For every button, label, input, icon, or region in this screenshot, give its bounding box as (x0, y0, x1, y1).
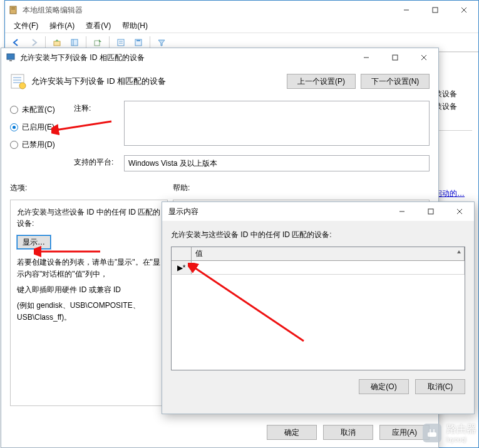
separator (45, 36, 46, 49)
show-ok-button[interactable]: 确定(O) (359, 379, 409, 394)
svg-rect-17 (9, 60, 12, 61)
platform-value: Windows Vista 及以上版本 (128, 158, 217, 169)
menu-help[interactable]: 帮助(H) (117, 19, 153, 33)
radio-dot-icon (10, 141, 18, 149)
right-link-2[interactable]: 装设备 (435, 100, 472, 113)
separator (150, 36, 150, 49)
menu-action[interactable]: 操作(A) (44, 19, 80, 33)
labels-column: 注释: 支持的平台: (74, 101, 116, 171)
menu-file[interactable]: 文件(F) (9, 19, 43, 33)
watermark-small: luyouqi (446, 436, 476, 443)
watermark: 路由器 luyouqi (423, 423, 476, 443)
svg-rect-11 (118, 39, 124, 46)
grid-new-row[interactable]: ▶* (172, 261, 465, 275)
settings-header-row: 允许安装与下列设备 ID 相匹配的设备 上一个设置(P) 下一个设置(N) (10, 73, 430, 89)
settings-title: 允许安装与下列设备 ID 相匹配的设备 (20, 53, 352, 63)
minimize-button[interactable] (392, 1, 421, 19)
show-titlebar: 显示内容 (162, 202, 474, 221)
show-cancel-button[interactable]: 取消(C) (415, 379, 465, 394)
svg-rect-16 (7, 54, 14, 59)
help-label: 帮助: (173, 183, 430, 193)
value-cell[interactable] (192, 261, 465, 274)
svg-rect-15 (136, 40, 140, 41)
comment-label: 注释: (74, 103, 116, 122)
radio-dot-icon (10, 123, 18, 131)
right-side-links: 装设备 装设备 启动的… (435, 88, 472, 200)
help-paragraph-1: 若要创建设备的列表，请单击"显示"。在"显示内容"对话框的"值"列中， (17, 257, 161, 280)
radio-label-enabled: 已启用(E) (22, 122, 54, 133)
svg-rect-1 (11, 8, 15, 8)
watermark-text: 路由器 luyouqi (446, 423, 476, 443)
radio-not-configured[interactable]: 未配置(C) (10, 101, 66, 118)
svg-point-26 (19, 83, 26, 89)
svg-rect-28 (428, 209, 433, 214)
show-label: 允许安装与这些设备 ID 中的任何 ID 匹配的设备: (171, 230, 465, 240)
svg-rect-7 (54, 41, 60, 46)
apply-button[interactable]: 应用(A) (379, 425, 430, 440)
value-grid[interactable]: 值 ▶* (171, 247, 465, 370)
settings-header-text: 允许安装与下列设备 ID 相匹配的设备 (31, 76, 282, 87)
settings-maximize[interactable] (381, 48, 409, 67)
show-button[interactable]: 显示… (17, 235, 51, 249)
col-header-text: 值 (195, 248, 203, 259)
menu-view[interactable]: 查看(V) (81, 19, 116, 33)
options-label: 选项: (10, 183, 173, 193)
radio-label-not-configured: 未配置(C) (22, 104, 55, 115)
settings-minimize[interactable] (352, 48, 381, 67)
list-icon (10, 73, 26, 89)
help-paragraph-3: (例如 gendisk、USB\COMPOSITE、USB\Class_ff)。 (17, 300, 161, 323)
settings-close[interactable] (409, 48, 438, 67)
radio-group: 未配置(C) 已启用(E) 已禁用(D) (10, 101, 66, 171)
text-column: Windows Vista 及以上版本 (124, 101, 430, 171)
close-button[interactable] (450, 1, 478, 19)
svg-rect-0 (10, 6, 16, 14)
options-panel: 允许安装与这些设备 ID 中的任何 ID 匹配的设备: 显示… 若要创建设备的列… (10, 200, 168, 406)
cancel-button[interactable]: 取消 (323, 425, 373, 440)
platform-label: 支持的平台: (74, 157, 116, 168)
svg-rect-19 (393, 55, 398, 60)
book-icon (9, 5, 19, 15)
svg-rect-34 (428, 432, 436, 437)
right-separator (435, 130, 472, 131)
sort-asc-icon (456, 250, 461, 255)
router-icon (423, 424, 441, 442)
svg-rect-4 (433, 8, 438, 13)
watermark-big: 路由器 (446, 423, 476, 436)
show-title: 显示内容 (168, 206, 388, 217)
radio-dot-icon (10, 106, 18, 114)
gpe-titlebar: 本地组策略编辑器 (5, 1, 478, 19)
show-minimize[interactable] (388, 202, 416, 221)
show-footer: 确定(O) 取消(C) (171, 379, 465, 394)
show-maximize[interactable] (416, 202, 445, 221)
svg-rect-10 (95, 41, 100, 46)
col-header-value[interactable]: 值 (192, 247, 465, 260)
maximize-button[interactable] (421, 1, 450, 19)
settings-titlebar: 允许安装与下列设备 ID 相匹配的设备 (1, 48, 438, 67)
help-paragraph-2: 键入即插即用硬件 ID 或兼容 ID (17, 284, 161, 296)
prev-setting-button[interactable]: 上一个设置(P) (287, 74, 356, 89)
ok-button[interactable]: 确定 (267, 425, 317, 440)
right-link-1[interactable]: 装设备 (435, 88, 472, 100)
grid-header: 值 (172, 247, 465, 261)
svg-rect-2 (11, 9, 15, 9)
row-header-corner (172, 247, 192, 260)
svg-rect-8 (71, 39, 78, 46)
menubar: 文件(F) 操作(A) 查看(V) 帮助(H) (5, 19, 478, 33)
next-setting-button[interactable]: 下一个设置(N) (361, 74, 430, 89)
radio-label-disabled: 已禁用(D) (22, 140, 55, 150)
grid-body: ▶* (172, 261, 465, 370)
list-label: 允许安装与这些设备 ID 中的任何 ID 匹配的设备: (17, 206, 161, 229)
row-marker: ▶* (172, 261, 192, 274)
comment-textarea[interactable] (124, 101, 430, 146)
platform-box: Windows Vista 及以上版本 (124, 155, 430, 171)
show-close[interactable] (445, 202, 474, 221)
separator (109, 36, 110, 49)
monitor-icon (6, 53, 16, 63)
radio-disabled[interactable]: 已禁用(D) (10, 136, 66, 153)
separator (86, 36, 86, 49)
gpe-title: 本地组策略编辑器 (23, 5, 392, 16)
right-link-3[interactable]: 启动的… (435, 187, 472, 200)
settings-footer: 确定 取消 应用(A) (267, 425, 430, 440)
show-content-dialog: 显示内容 允许安装与这些设备 ID 中的任何 ID 匹配的设备: 值 ▶* (162, 201, 475, 414)
radio-enabled[interactable]: 已启用(E) (10, 118, 66, 136)
